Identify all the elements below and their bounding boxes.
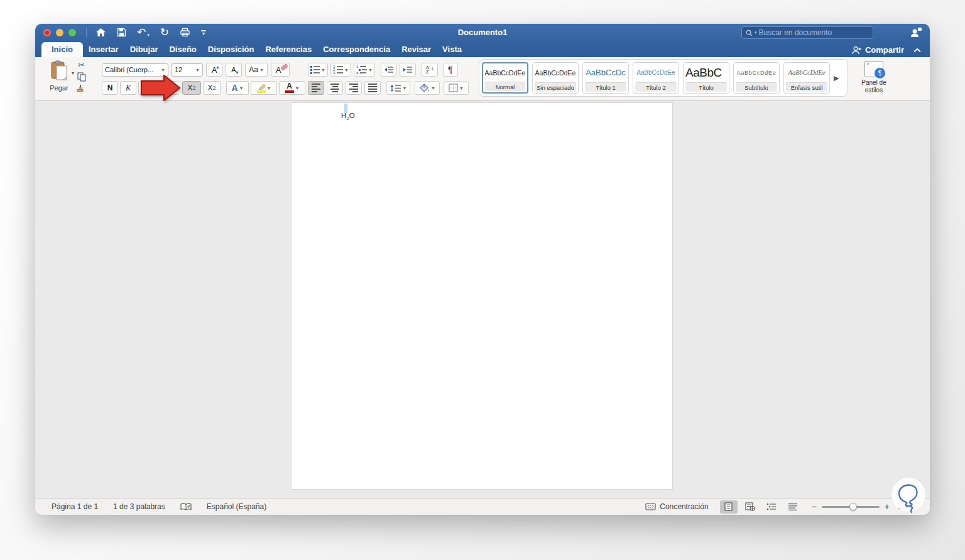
focus-mode-button[interactable]: Concentración (645, 502, 708, 511)
search-scope-caret[interactable]: ▾ (755, 30, 757, 35)
bullets-button[interactable]: ▼ (308, 63, 328, 77)
print-icon[interactable] (180, 28, 190, 37)
cut-icon[interactable]: ✂ (78, 61, 85, 70)
document-page[interactable]: H2O (291, 102, 673, 490)
clipboard-icon (50, 60, 68, 80)
font-name-value: Calibri (Cuerp... (105, 66, 160, 73)
bold-button[interactable]: N (102, 81, 118, 95)
redo-icon[interactable]: ↻ (160, 27, 169, 38)
align-center-button[interactable] (327, 81, 343, 95)
text-effects-button[interactable]: A▼ (226, 81, 249, 95)
eraser-icon (280, 63, 288, 71)
subscript-2: 2 (193, 85, 196, 91)
clear-formatting-button[interactable]: A (271, 63, 290, 77)
collapse-ribbon-icon[interactable] (913, 48, 921, 53)
styles-pane-button[interactable]: ¶ Panel de estilos (853, 61, 895, 94)
font-color-button[interactable]: A ▼ (279, 81, 305, 95)
spellcheck-icon[interactable] (180, 503, 192, 511)
save-icon[interactable] (117, 28, 126, 37)
highlight-button[interactable]: ▼ (251, 81, 277, 95)
tab-correspondencia[interactable]: Correspondencia (317, 42, 396, 57)
grow-font-button[interactable]: A▲ (206, 63, 222, 77)
zoom-in-button[interactable]: + (885, 502, 890, 511)
increase-indent-button[interactable] (400, 63, 416, 77)
minimize-button[interactable] (56, 29, 63, 36)
style-subtitulo[interactable]: AaBbCcDdEe Subtítulo (733, 62, 780, 94)
draft-view-button[interactable] (784, 500, 802, 514)
tab-vista[interactable]: Vista (437, 42, 467, 57)
style-sample: AaBbCcDdEe (533, 63, 578, 82)
tab-referencias[interactable]: Referencias (259, 42, 317, 57)
tab-dibujar[interactable]: Dibujar (124, 42, 164, 57)
style-titulo-2[interactable]: AaBbCcDdEe Título 2 (633, 62, 679, 94)
outline-view-icon (766, 503, 777, 510)
share-button[interactable]: Compartir (851, 45, 904, 55)
undo-dropdown-caret[interactable]: ▾ (147, 33, 150, 38)
status-bar: Página 1 de 1 1 de 3 palabras Español (E… (35, 498, 930, 515)
paste-button[interactable]: ▾ Pegar (43, 60, 75, 92)
shrink-font-button[interactable]: A▼ (226, 63, 242, 77)
document-text[interactable]: H2O (341, 112, 355, 121)
superscript-button[interactable]: X2 (203, 81, 221, 95)
italic-button[interactable]: K (120, 81, 136, 95)
web-layout-view-button[interactable] (741, 500, 759, 514)
align-left-button[interactable] (308, 81, 324, 95)
superscript-x: X (207, 83, 212, 92)
change-case-button[interactable]: Aa▼ (245, 63, 268, 77)
undo-icon[interactable]: ↶ (137, 27, 146, 38)
style-normal[interactable]: AaBbCcDdEe Normal (482, 62, 528, 94)
tab-revisar[interactable]: Revisar (396, 42, 437, 57)
align-right-button[interactable] (346, 81, 362, 95)
style-label: Título 1 (585, 82, 626, 92)
justify-icon (368, 83, 377, 92)
styles-gallery-expand-icon[interactable]: ▶ (834, 74, 839, 82)
format-painter-icon[interactable] (77, 84, 86, 93)
subscript-button[interactable]: X2 (182, 81, 201, 95)
feedback-person-icon[interactable] (910, 26, 922, 40)
style-label: Título (685, 82, 727, 92)
zoom-slider[interactable] (822, 506, 880, 508)
style-titulo-1[interactable]: AaBbCcDc Título 1 (582, 62, 629, 94)
multilevel-list-icon: 1 a (356, 66, 367, 74)
borders-button[interactable]: ▼ (444, 81, 469, 95)
style-sin-espaciado[interactable]: AaBbCcDdEe Sin espaciado (532, 62, 579, 94)
decrease-indent-button[interactable] (381, 63, 397, 77)
share-label: Compartir (865, 45, 904, 55)
copy-icon[interactable] (77, 72, 86, 82)
word-count[interactable]: 1 de 3 palabras (113, 502, 165, 511)
language-indicator[interactable]: Español (España) (207, 502, 266, 511)
word-window: ↶ ▾ ↻ ▼ Documento1 ▾ Inicio Insertar Dib… (35, 24, 930, 515)
justify-button[interactable] (364, 81, 381, 95)
sort-button[interactable]: A Z ↓ (422, 63, 438, 77)
tab-diseno[interactable]: Diseño (163, 42, 202, 57)
home-icon[interactable] (95, 28, 106, 37)
zoom-slider-thumb[interactable] (849, 503, 857, 510)
font-color-icon: A (285, 83, 294, 93)
style-sample: AaBbC (684, 63, 729, 82)
tab-inicio[interactable]: Inicio (41, 42, 83, 57)
tab-insertar[interactable]: Insertar (83, 42, 124, 57)
style-enfasis-sutil[interactable]: AaBbCcDdEe Énfasis sutil (783, 62, 830, 94)
show-paragraph-marks-button[interactable]: ¶ (443, 63, 458, 77)
line-spacing-button[interactable]: ▼ (386, 81, 410, 95)
numbering-button[interactable]: 1 2 3 ▼ (330, 63, 351, 77)
pilcrow-icon: ¶ (448, 65, 453, 75)
multilevel-list-button[interactable]: 1 a ▼ (354, 63, 375, 77)
borders-icon (449, 83, 458, 92)
search-input[interactable] (759, 28, 869, 37)
toolbar-options-icon[interactable]: ▼ (201, 30, 206, 35)
zoom-out-button[interactable]: − (812, 502, 817, 511)
close-button[interactable] (43, 29, 51, 36)
titlebar[interactable]: ↶ ▾ ↻ ▼ Documento1 ▾ (35, 24, 930, 41)
fullscreen-button[interactable] (68, 29, 76, 36)
outline-view-button[interactable] (763, 500, 780, 514)
search-box[interactable]: ▾ (741, 26, 873, 39)
page-indicator[interactable]: Página 1 de 1 (52, 502, 98, 511)
document-workspace: H2O (35, 101, 930, 498)
style-titulo[interactable]: AaBbC Título (683, 62, 729, 94)
tab-disposicion[interactable]: Disposición (202, 42, 260, 57)
paste-dropdown-caret[interactable]: ▾ (72, 70, 74, 76)
shading-button[interactable]: ▼ (415, 81, 440, 95)
print-layout-view-button[interactable] (720, 500, 738, 514)
draft-view-icon (788, 503, 798, 510)
